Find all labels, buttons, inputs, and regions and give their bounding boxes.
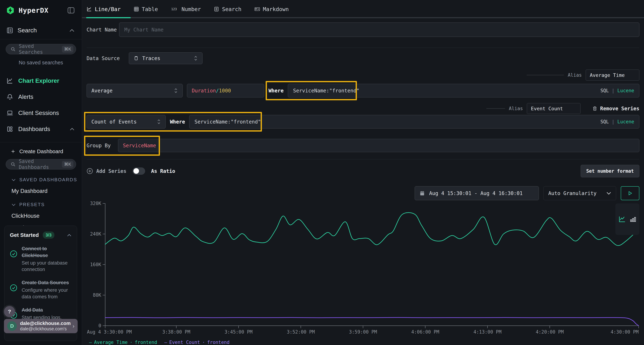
- svg-text:Aug 4 3:30:00 PM: Aug 4 3:30:00 PM: [87, 329, 132, 335]
- legend-dash: —: [89, 340, 92, 345]
- set-number-format-button[interactable]: Set number format: [581, 165, 639, 177]
- get-started-item-title: Connect to ClickHouse: [22, 245, 72, 259]
- tab-number[interactable]: 123 Number: [171, 6, 201, 12]
- series2-where-input[interactable]: ServiceName:"frontend" SQL | Lucene: [189, 115, 639, 128]
- chart-area: 080K160K240K320KAug 4 3:30:00 PM3:38:00 …: [86, 201, 639, 345]
- query-language-toggle[interactable]: SQL | Lucene: [600, 88, 634, 93]
- chevron-right-icon: ›: [73, 323, 74, 329]
- chart-editor: Chart Name Data Source Traces Alias Aver…: [82, 18, 644, 345]
- sql-option[interactable]: SQL: [600, 119, 609, 124]
- sidebar-item-dashboards[interactable]: Dashboards: [0, 121, 82, 137]
- sidebar-section-search[interactable]: Search: [0, 16, 82, 39]
- series1-where-input[interactable]: ServiceName:"frontend" SQL | Lucene: [288, 84, 639, 97]
- chart-name-input[interactable]: [119, 22, 639, 37]
- tab-active-indicator: [86, 17, 130, 18]
- lucene-option[interactable]: Lucene: [617, 119, 634, 124]
- timeseries-chart[interactable]: 080K160K240K320KAug 4 3:30:00 PM3:38:00 …: [86, 201, 639, 339]
- legend-service: frontend: [135, 340, 157, 345]
- where-value: ServiceName:"frontend": [293, 88, 360, 94]
- sidebar-item-client-sessions[interactable]: Client Sessions: [0, 105, 82, 121]
- table-icon: [134, 6, 139, 12]
- app-root: HyperDX Search Saved Searches ⌘K No save…: [0, 0, 644, 345]
- svg-text:4:06:00 PM: 4:06:00 PM: [411, 329, 439, 335]
- laptop-icon: [6, 110, 13, 116]
- legend-item-average-time[interactable]: — Average Time · frontend: [89, 340, 157, 345]
- user-email: dale@clickhouse.com: [20, 321, 70, 326]
- svg-text:0: 0: [98, 323, 101, 328]
- add-series-button[interactable]: Add Series: [86, 168, 126, 174]
- svg-text:4:30:00 PM: 4:30:00 PM: [610, 329, 639, 335]
- chevrons-up-down-icon: [174, 88, 178, 93]
- tab-markdown[interactable]: Markdown: [254, 6, 289, 12]
- get-started-progress-badge: 3/3: [43, 232, 54, 239]
- bar-chart-toggle-icon[interactable]: [629, 215, 636, 223]
- sidebar-item-my-dashboard[interactable]: My Dashboard: [0, 188, 82, 194]
- get-started-item-connect[interactable]: Connect to ClickHouse Set up your databa…: [10, 245, 72, 273]
- run-query-button[interactable]: [621, 186, 639, 200]
- where-label: Where: [268, 88, 284, 94]
- svg-text:240K: 240K: [90, 231, 101, 237]
- check-circle-icon: [10, 250, 17, 258]
- tab-label: Number: [182, 6, 201, 12]
- tab-label: Markdown: [263, 6, 289, 12]
- alias-label: Alias: [509, 106, 523, 111]
- tab-label: Search: [222, 6, 241, 12]
- hyperdx-logo-icon: [6, 6, 15, 15]
- divider: [86, 47, 639, 48]
- series1-alias-input[interactable]: Average Time: [586, 69, 639, 81]
- user-menu[interactable]: D dale@clickhouse.com dale@clickhouse.co…: [4, 319, 78, 333]
- query-language-toggle[interactable]: SQL | Lucene: [600, 119, 634, 124]
- tab-table[interactable]: Table: [134, 6, 158, 12]
- sidebar-collapse-icon[interactable]: [68, 7, 74, 13]
- sidebar-item-clickhouse[interactable]: ClickHouse: [0, 213, 82, 219]
- svg-text:3:38:00 PM: 3:38:00 PM: [162, 329, 190, 335]
- series2-alias-input[interactable]: Event Count: [527, 103, 580, 114]
- nav-label: Alerts: [18, 93, 33, 100]
- remove-series-button[interactable]: Remove Series: [592, 106, 639, 111]
- tab-search[interactable]: Search: [214, 6, 241, 12]
- group-by-input[interactable]: ServiceName: [118, 139, 639, 152]
- group-by-value: ServiceName: [123, 143, 156, 149]
- saved-dashboards-section-header[interactable]: SAVED DASHBOARDS: [12, 177, 82, 183]
- svg-text:3:59:00 PM: 3:59:00 PM: [349, 329, 377, 335]
- lucene-option[interactable]: Lucene: [617, 88, 634, 93]
- series1-field-input[interactable]: Duration/1000: [187, 84, 264, 97]
- create-dashboard-button[interactable]: Create Dashboard: [0, 142, 82, 154]
- line-chart-icon: [6, 77, 13, 84]
- search-icon: [10, 162, 16, 167]
- saved-searches-input[interactable]: Saved Searches ⌘K: [6, 44, 76, 54]
- svg-text:320K: 320K: [90, 201, 101, 206]
- sql-option[interactable]: SQL: [600, 88, 609, 93]
- chevron-down-icon: [12, 203, 16, 206]
- saved-searches-placeholder: Saved Searches: [19, 43, 59, 55]
- svg-text:4:13:00 PM: 4:13:00 PM: [474, 329, 502, 335]
- get-started-header[interactable]: Get Started 3/3: [10, 232, 72, 239]
- saved-dashboards-input[interactable]: Saved Dashboards ⌘K: [6, 159, 76, 169]
- sidebar-item-chart-explorer[interactable]: Chart Explorer: [0, 73, 82, 89]
- get-started-item-title: Create Data Sources: [22, 279, 72, 286]
- series1-aggregation-select[interactable]: Average: [86, 84, 183, 97]
- no-saved-searches-text: No saved searches: [0, 60, 82, 66]
- tab-line-bar[interactable]: Line/Bar: [86, 6, 121, 12]
- get-started-item-title: Add Data: [22, 307, 72, 314]
- granularity-select[interactable]: Auto Granularity: [544, 186, 616, 200]
- plus-icon: [11, 149, 16, 154]
- presets-section-header[interactable]: PRESETS: [12, 202, 82, 207]
- line-chart-toggle-icon[interactable]: [618, 215, 626, 223]
- field-token-duration: Duration: [192, 88, 216, 94]
- data-source-select[interactable]: Traces: [129, 52, 202, 64]
- chart-name-row: Chart Name: [86, 22, 639, 37]
- help-button[interactable]: ?: [4, 306, 15, 317]
- legend-sep: ·: [202, 340, 205, 345]
- language-divider: |: [612, 119, 614, 124]
- get-started-item-datasources[interactable]: Create Data Sources Configure where your…: [10, 279, 72, 300]
- as-ratio-toggle[interactable]: [132, 167, 145, 175]
- legend-item-event-count[interactable]: — Event Count · frontend: [164, 340, 230, 345]
- get-started-title: Get Started: [10, 232, 39, 238]
- sidebar-item-alerts[interactable]: Alerts: [0, 89, 82, 105]
- series1-where-group: Where ServiceName:"frontend" SQL | Lucen…: [268, 84, 639, 97]
- series2-aggregation-select[interactable]: Count of Events: [86, 115, 166, 128]
- chart-toolbar: Aug 4 15:30:01 - Aug 4 16:30:01 Auto Gra…: [86, 186, 639, 200]
- kbd-shortcut: ⌘K: [62, 46, 73, 52]
- date-range-picker[interactable]: Aug 4 15:30:01 - Aug 4 16:30:01: [415, 186, 539, 200]
